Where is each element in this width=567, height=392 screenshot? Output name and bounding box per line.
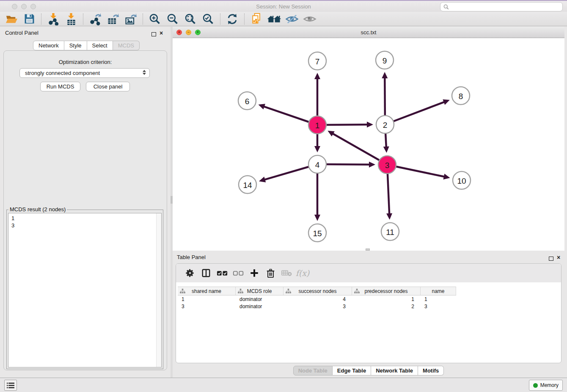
gear-icon	[185, 268, 195, 278]
mcds-result-title: MCDS result (2 nodes)	[8, 206, 67, 213]
delete-table-button[interactable]	[278, 266, 295, 280]
edge-arrowhead-1-6	[258, 104, 265, 109]
export-table-button[interactable]	[104, 12, 122, 26]
cell-name[interactable]: 1	[421, 296, 456, 302]
zoom-in-button[interactable]	[146, 12, 164, 26]
export-network-button[interactable]	[86, 12, 104, 26]
tab-style[interactable]: Style	[64, 41, 87, 50]
cell-predecessor-nodes[interactable]: 1	[352, 296, 421, 302]
column-header-label: shared name	[192, 288, 221, 294]
zoom-fit-button[interactable]	[182, 12, 199, 26]
table-panel-float-button[interactable]	[549, 256, 553, 262]
tab-mcds[interactable]: MCDS	[113, 41, 140, 50]
attribute-type-icon	[286, 289, 291, 295]
search-icon	[443, 4, 449, 10]
tab-select[interactable]: Select	[87, 41, 113, 50]
column-header-shared-name[interactable]: shared name	[178, 287, 236, 295]
edge-arrowhead-4-15	[314, 215, 320, 221]
show-graphics-details-button[interactable]	[301, 12, 319, 26]
tab-network[interactable]: Network	[33, 41, 64, 50]
table-settings-button[interactable]	[182, 266, 198, 280]
refresh-icon	[226, 13, 238, 25]
split-pane-icon	[201, 268, 211, 278]
control-panel-close-button[interactable]: ×	[160, 30, 163, 36]
toolbar-separator	[220, 14, 220, 25]
column-header-predecessor-nodes[interactable]: predecessor nodes	[352, 287, 421, 295]
function-builder-button[interactable]: f(x)	[295, 266, 311, 280]
column-header-name[interactable]: name	[421, 287, 456, 295]
mcds-result-group: MCDS result (2 nodes) 13	[6, 210, 163, 369]
control-panel-float-button[interactable]	[151, 31, 156, 38]
hide-graphics-details-button[interactable]	[283, 12, 301, 26]
cell-name[interactable]: 3	[421, 304, 456, 309]
zoom-selected-button[interactable]	[199, 12, 217, 26]
tab-node-table[interactable]: Node Table	[293, 366, 333, 375]
optimization-criterion-label: Optimization criterion:	[4, 59, 167, 65]
network-view-titlebar[interactable]: × − + scc.txt	[173, 27, 564, 38]
close-panel-button[interactable]: Close panel	[86, 82, 130, 91]
view-resize-handle[interactable]	[366, 248, 370, 251]
edge-arrowhead-3-11	[386, 213, 392, 220]
graph-node-label-14: 14	[243, 181, 252, 190]
zoom-out-button[interactable]	[164, 12, 182, 26]
show-panels-menu-button[interactable]	[4, 380, 17, 391]
delete-column-button[interactable]	[262, 266, 278, 280]
column-header-label: predecessor nodes	[364, 288, 407, 294]
search-input[interactable]	[451, 3, 562, 10]
refresh-view-button[interactable]	[223, 12, 241, 26]
result-scrollbar[interactable]	[156, 213, 161, 367]
edge-3-1[interactable]	[333, 133, 387, 165]
table-row[interactable]: 3dominator323	[178, 303, 561, 310]
cell-successor-nodes[interactable]: 4	[284, 296, 352, 302]
edge-arrowhead-3-10	[443, 174, 450, 179]
main-toolbar	[0, 12, 567, 26]
cell-shared-name[interactable]: 3	[178, 304, 236, 309]
deselect-all-button[interactable]	[230, 266, 246, 280]
import-network-button[interactable]	[44, 12, 62, 26]
export-image-button[interactable]	[122, 12, 140, 26]
node-table-container: f(x) shared nameMCDS rolesuccessor nodes…	[176, 263, 561, 363]
edge-arrowhead-2-9	[382, 72, 388, 78]
column-header-label: name	[432, 288, 444, 294]
graph-node-label-8: 8	[459, 92, 463, 101]
graph-node-label-4: 4	[315, 160, 320, 169]
criterion-select[interactable]: strongly connected component	[19, 68, 150, 78]
column-header-MCDS-role[interactable]: MCDS role	[236, 287, 284, 295]
table-panel-close-button[interactable]: ×	[557, 254, 560, 261]
tab-network-table[interactable]: Network Table	[371, 366, 418, 375]
criterion-selected-value: strongly connected component	[25, 70, 100, 76]
status-bar: Memory	[0, 378, 567, 392]
import-table-button[interactable]	[62, 12, 80, 26]
unchecked-boxes-icon	[233, 270, 244, 276]
network-view-window: × − + scc.txt 7968124314101511	[173, 27, 564, 251]
table-panel-title: Table Panel	[177, 254, 206, 260]
edge-2-8[interactable]	[385, 102, 445, 124]
memory-status-icon	[533, 383, 538, 388]
cell-successor-nodes[interactable]: 3	[284, 304, 352, 309]
tab-motifs[interactable]: Motifs	[418, 366, 444, 375]
cell-MCDS-role[interactable]: dominator	[236, 296, 284, 302]
tab-edge-table[interactable]: Edge Table	[333, 366, 371, 375]
memory-button[interactable]: Memory	[529, 380, 563, 391]
cytoscape-home-button[interactable]	[265, 12, 283, 26]
select-all-button[interactable]	[214, 266, 230, 280]
cell-MCDS-role[interactable]: dominator	[236, 304, 284, 309]
open-session-button[interactable]	[3, 12, 20, 26]
search-box[interactable]	[440, 2, 563, 11]
network-graph-canvas[interactable]: 7968124314101511	[173, 38, 564, 251]
table-row[interactable]: 1dominator411	[178, 295, 561, 303]
double-home-icon	[267, 14, 281, 25]
control-panel-tabs: Network Style Select MCDS	[33, 41, 140, 50]
save-session-button[interactable]	[20, 12, 38, 26]
graph-node-label-11: 11	[386, 228, 394, 237]
create-column-button[interactable]	[246, 266, 262, 280]
graph-node-label-2: 2	[383, 121, 388, 130]
cell-shared-name[interactable]: 1	[178, 296, 236, 302]
column-header-successor-nodes[interactable]: successor nodes	[284, 287, 352, 295]
export-to-ndex-button[interactable]	[248, 12, 265, 26]
cell-predecessor-nodes[interactable]: 2	[352, 304, 421, 309]
toggle-column-pane-button[interactable]	[198, 266, 214, 280]
mcds-result-area[interactable]: 13	[8, 213, 162, 367]
trash-icon	[266, 268, 275, 278]
run-mcds-button[interactable]: Run MCDS	[40, 82, 80, 91]
